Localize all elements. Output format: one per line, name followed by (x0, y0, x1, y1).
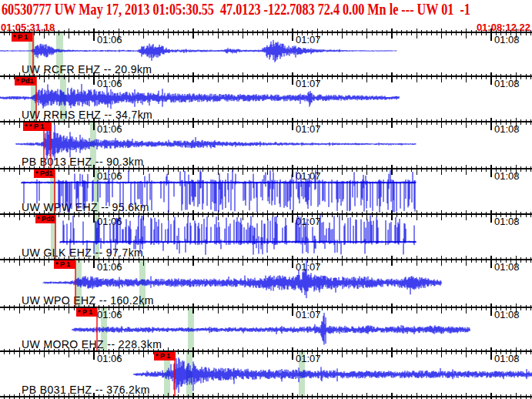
pick-flag-moro[interactable]: * P 1 (76, 308, 97, 317)
pick-flag-b031[interactable]: * P 1 (154, 352, 176, 360)
pick-flag-rcfr[interactable]: * P 1 (12, 33, 32, 42)
trace-panel-b013[interactable] (0, 122, 532, 169)
trace-panel-wpw[interactable] (0, 169, 532, 214)
trace-panel-glk[interactable] (0, 214, 532, 260)
seismogram-viewer-window: 60530777 UW May 17, 2013 01:05:30.55 47.… (0, 0, 532, 399)
pick-flag-wpo[interactable]: * P 1 (54, 260, 75, 269)
trace-panel-b031[interactable] (0, 351, 532, 397)
pick-flag-b013[interactable]: * * P 1 (23, 122, 52, 131)
trace-panel-rcfr[interactable] (0, 32, 532, 76)
trace-panel-wpo[interactable] (0, 260, 532, 307)
pick-flag-rrhs[interactable]: * Pd1 (15, 77, 36, 86)
waveform-canvas[interactable]: 01:0601:0701:08UW RCFR EHZ -- 20.9km01:0… (0, 0, 532, 399)
pick-flag-wpw[interactable]: * Pd1 (34, 169, 55, 178)
trace-panel-rrhs[interactable] (0, 76, 532, 122)
pick-flag-glk[interactable]: * Pd0 (35, 215, 55, 223)
